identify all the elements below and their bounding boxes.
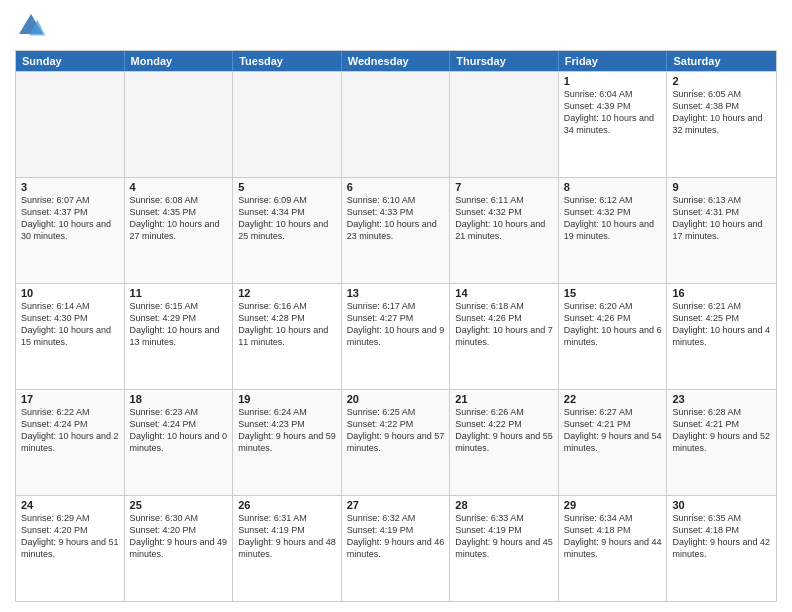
- day-cell-24: 24Sunrise: 6:29 AMSunset: 4:20 PMDayligh…: [16, 496, 125, 601]
- day-cell-13: 13Sunrise: 6:17 AMSunset: 4:27 PMDayligh…: [342, 284, 451, 389]
- day-number: 13: [347, 287, 445, 299]
- day-info: Sunrise: 6:34 AMSunset: 4:18 PMDaylight:…: [564, 512, 662, 561]
- day-cell-15: 15Sunrise: 6:20 AMSunset: 4:26 PMDayligh…: [559, 284, 668, 389]
- day-number: 11: [130, 287, 228, 299]
- day-info: Sunrise: 6:23 AMSunset: 4:24 PMDaylight:…: [130, 406, 228, 455]
- day-cell-16: 16Sunrise: 6:21 AMSunset: 4:25 PMDayligh…: [667, 284, 776, 389]
- day-cell-9: 9Sunrise: 6:13 AMSunset: 4:31 PMDaylight…: [667, 178, 776, 283]
- day-cell-14: 14Sunrise: 6:18 AMSunset: 4:26 PMDayligh…: [450, 284, 559, 389]
- day-number: 18: [130, 393, 228, 405]
- day-info: Sunrise: 6:29 AMSunset: 4:20 PMDaylight:…: [21, 512, 119, 561]
- day-cell-23: 23Sunrise: 6:28 AMSunset: 4:21 PMDayligh…: [667, 390, 776, 495]
- day-number: 27: [347, 499, 445, 511]
- weekday-header-tuesday: Tuesday: [233, 51, 342, 71]
- day-info: Sunrise: 6:14 AMSunset: 4:30 PMDaylight:…: [21, 300, 119, 349]
- calendar-body: 1Sunrise: 6:04 AMSunset: 4:39 PMDaylight…: [16, 71, 776, 601]
- day-number: 24: [21, 499, 119, 511]
- day-info: Sunrise: 6:12 AMSunset: 4:32 PMDaylight:…: [564, 194, 662, 243]
- empty-cell: [342, 72, 451, 177]
- day-number: 26: [238, 499, 336, 511]
- weekday-header-monday: Monday: [125, 51, 234, 71]
- weekday-header-wednesday: Wednesday: [342, 51, 451, 71]
- weekday-header-friday: Friday: [559, 51, 668, 71]
- day-number: 2: [672, 75, 771, 87]
- day-number: 6: [347, 181, 445, 193]
- day-info: Sunrise: 6:22 AMSunset: 4:24 PMDaylight:…: [21, 406, 119, 455]
- day-info: Sunrise: 6:31 AMSunset: 4:19 PMDaylight:…: [238, 512, 336, 561]
- day-cell-3: 3Sunrise: 6:07 AMSunset: 4:37 PMDaylight…: [16, 178, 125, 283]
- day-number: 23: [672, 393, 771, 405]
- day-number: 28: [455, 499, 553, 511]
- day-info: Sunrise: 6:05 AMSunset: 4:38 PMDaylight:…: [672, 88, 771, 137]
- day-cell-4: 4Sunrise: 6:08 AMSunset: 4:35 PMDaylight…: [125, 178, 234, 283]
- day-cell-27: 27Sunrise: 6:32 AMSunset: 4:19 PMDayligh…: [342, 496, 451, 601]
- day-cell-18: 18Sunrise: 6:23 AMSunset: 4:24 PMDayligh…: [125, 390, 234, 495]
- day-number: 14: [455, 287, 553, 299]
- day-number: 17: [21, 393, 119, 405]
- day-info: Sunrise: 6:13 AMSunset: 4:31 PMDaylight:…: [672, 194, 771, 243]
- day-info: Sunrise: 6:32 AMSunset: 4:19 PMDaylight:…: [347, 512, 445, 561]
- day-info: Sunrise: 6:26 AMSunset: 4:22 PMDaylight:…: [455, 406, 553, 455]
- day-number: 30: [672, 499, 771, 511]
- calendar-row-2: 10Sunrise: 6:14 AMSunset: 4:30 PMDayligh…: [16, 283, 776, 389]
- calendar-row-0: 1Sunrise: 6:04 AMSunset: 4:39 PMDaylight…: [16, 71, 776, 177]
- day-info: Sunrise: 6:10 AMSunset: 4:33 PMDaylight:…: [347, 194, 445, 243]
- day-cell-11: 11Sunrise: 6:15 AMSunset: 4:29 PMDayligh…: [125, 284, 234, 389]
- day-cell-12: 12Sunrise: 6:16 AMSunset: 4:28 PMDayligh…: [233, 284, 342, 389]
- day-cell-10: 10Sunrise: 6:14 AMSunset: 4:30 PMDayligh…: [16, 284, 125, 389]
- day-number: 8: [564, 181, 662, 193]
- day-number: 15: [564, 287, 662, 299]
- day-number: 21: [455, 393, 553, 405]
- empty-cell: [233, 72, 342, 177]
- page: SundayMondayTuesdayWednesdayThursdayFrid…: [0, 0, 792, 612]
- day-cell-21: 21Sunrise: 6:26 AMSunset: 4:22 PMDayligh…: [450, 390, 559, 495]
- weekday-header-sunday: Sunday: [16, 51, 125, 71]
- header: [15, 10, 777, 42]
- day-info: Sunrise: 6:30 AMSunset: 4:20 PMDaylight:…: [130, 512, 228, 561]
- day-info: Sunrise: 6:07 AMSunset: 4:37 PMDaylight:…: [21, 194, 119, 243]
- day-info: Sunrise: 6:33 AMSunset: 4:19 PMDaylight:…: [455, 512, 553, 561]
- day-info: Sunrise: 6:24 AMSunset: 4:23 PMDaylight:…: [238, 406, 336, 455]
- day-info: Sunrise: 6:21 AMSunset: 4:25 PMDaylight:…: [672, 300, 771, 349]
- day-info: Sunrise: 6:35 AMSunset: 4:18 PMDaylight:…: [672, 512, 771, 561]
- day-info: Sunrise: 6:20 AMSunset: 4:26 PMDaylight:…: [564, 300, 662, 349]
- weekday-header-thursday: Thursday: [450, 51, 559, 71]
- day-cell-17: 17Sunrise: 6:22 AMSunset: 4:24 PMDayligh…: [16, 390, 125, 495]
- day-number: 4: [130, 181, 228, 193]
- day-cell-6: 6Sunrise: 6:10 AMSunset: 4:33 PMDaylight…: [342, 178, 451, 283]
- day-number: 12: [238, 287, 336, 299]
- logo-icon: [15, 10, 47, 42]
- day-cell-2: 2Sunrise: 6:05 AMSunset: 4:38 PMDaylight…: [667, 72, 776, 177]
- empty-cell: [450, 72, 559, 177]
- day-cell-26: 26Sunrise: 6:31 AMSunset: 4:19 PMDayligh…: [233, 496, 342, 601]
- calendar-row-3: 17Sunrise: 6:22 AMSunset: 4:24 PMDayligh…: [16, 389, 776, 495]
- day-cell-20: 20Sunrise: 6:25 AMSunset: 4:22 PMDayligh…: [342, 390, 451, 495]
- day-number: 5: [238, 181, 336, 193]
- empty-cell: [16, 72, 125, 177]
- day-number: 19: [238, 393, 336, 405]
- day-number: 10: [21, 287, 119, 299]
- day-info: Sunrise: 6:27 AMSunset: 4:21 PMDaylight:…: [564, 406, 662, 455]
- day-info: Sunrise: 6:09 AMSunset: 4:34 PMDaylight:…: [238, 194, 336, 243]
- day-cell-30: 30Sunrise: 6:35 AMSunset: 4:18 PMDayligh…: [667, 496, 776, 601]
- day-cell-29: 29Sunrise: 6:34 AMSunset: 4:18 PMDayligh…: [559, 496, 668, 601]
- day-cell-22: 22Sunrise: 6:27 AMSunset: 4:21 PMDayligh…: [559, 390, 668, 495]
- day-info: Sunrise: 6:11 AMSunset: 4:32 PMDaylight:…: [455, 194, 553, 243]
- calendar: SundayMondayTuesdayWednesdayThursdayFrid…: [15, 50, 777, 602]
- day-info: Sunrise: 6:04 AMSunset: 4:39 PMDaylight:…: [564, 88, 662, 137]
- day-cell-8: 8Sunrise: 6:12 AMSunset: 4:32 PMDaylight…: [559, 178, 668, 283]
- day-cell-19: 19Sunrise: 6:24 AMSunset: 4:23 PMDayligh…: [233, 390, 342, 495]
- day-cell-28: 28Sunrise: 6:33 AMSunset: 4:19 PMDayligh…: [450, 496, 559, 601]
- weekday-header-saturday: Saturday: [667, 51, 776, 71]
- day-number: 9: [672, 181, 771, 193]
- day-number: 20: [347, 393, 445, 405]
- day-info: Sunrise: 6:08 AMSunset: 4:35 PMDaylight:…: [130, 194, 228, 243]
- day-info: Sunrise: 6:15 AMSunset: 4:29 PMDaylight:…: [130, 300, 228, 349]
- day-info: Sunrise: 6:17 AMSunset: 4:27 PMDaylight:…: [347, 300, 445, 349]
- day-info: Sunrise: 6:16 AMSunset: 4:28 PMDaylight:…: [238, 300, 336, 349]
- day-number: 16: [672, 287, 771, 299]
- day-info: Sunrise: 6:28 AMSunset: 4:21 PMDaylight:…: [672, 406, 771, 455]
- calendar-header: SundayMondayTuesdayWednesdayThursdayFrid…: [16, 51, 776, 71]
- day-cell-25: 25Sunrise: 6:30 AMSunset: 4:20 PMDayligh…: [125, 496, 234, 601]
- day-number: 1: [564, 75, 662, 87]
